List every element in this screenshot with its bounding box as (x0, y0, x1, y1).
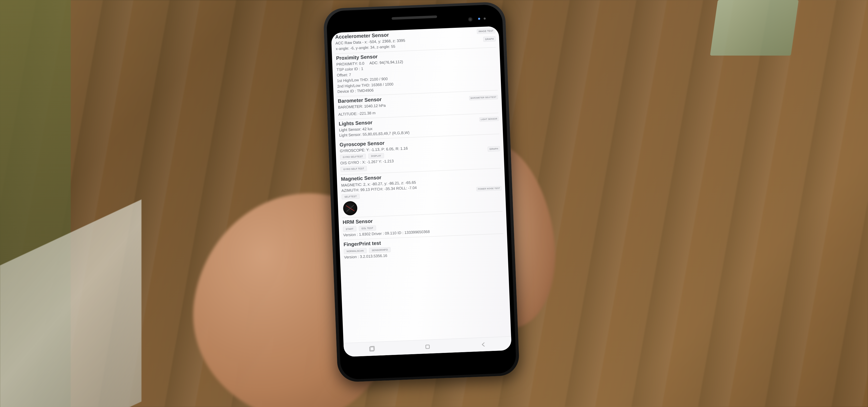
gyro-selftest-button[interactable]: GYRO SELFTEST (340, 154, 366, 160)
gyro-graph-button[interactable]: GRAPH (488, 146, 500, 152)
hrm-eol-button[interactable]: EOL TEST (359, 225, 376, 231)
section-gyro: Gyroscope Sensor GRAPH GYROSCOPE: Y: -1.… (339, 134, 501, 175)
recents-button[interactable] (368, 345, 375, 353)
mag-selftest-button[interactable]: SELFTEST (342, 194, 360, 199)
screen: Accelerometer Sensor IMAGE TEST GRAPH AC… (331, 26, 512, 357)
prox-adc: ADC: 94(76,94,112) (369, 59, 403, 65)
fp-sensorinfo-button[interactable]: SENSORINFO (369, 247, 391, 253)
section-magnetic: Magnetic Sensor POWER NOISE TEST MAGNETI… (340, 168, 502, 218)
ois-gyro-selftest-button[interactable]: GYRO SELF TEST (341, 166, 367, 172)
image-test-button[interactable]: IMAGE TEST (477, 28, 495, 34)
sensor-diagnostics: Accelerometer Sensor IMAGE TEST GRAPH AC… (335, 26, 507, 343)
light-sensor-button[interactable]: LIGHT SENSOR (479, 117, 499, 122)
compass-icon (343, 201, 358, 216)
fp-normalscan-button[interactable]: NORMALSCAN (344, 248, 367, 254)
svg-rect-2 (426, 345, 430, 349)
home-button[interactable] (424, 343, 431, 350)
hrm-start-button[interactable]: START (343, 226, 356, 232)
section-proximity: Proximity Sensor PROXIMITY: 0.0 ADC: 94(… (336, 47, 498, 97)
phone-device: Accelerometer Sensor IMAGE TEST GRAPH AC… (323, 1, 520, 382)
graph-button[interactable]: GRAPH (483, 36, 496, 42)
gyro-display-button[interactable]: DISPLAY (368, 153, 384, 159)
back-button[interactable] (480, 341, 487, 348)
prox-value: PROXIMITY: 0.0 (336, 61, 364, 66)
